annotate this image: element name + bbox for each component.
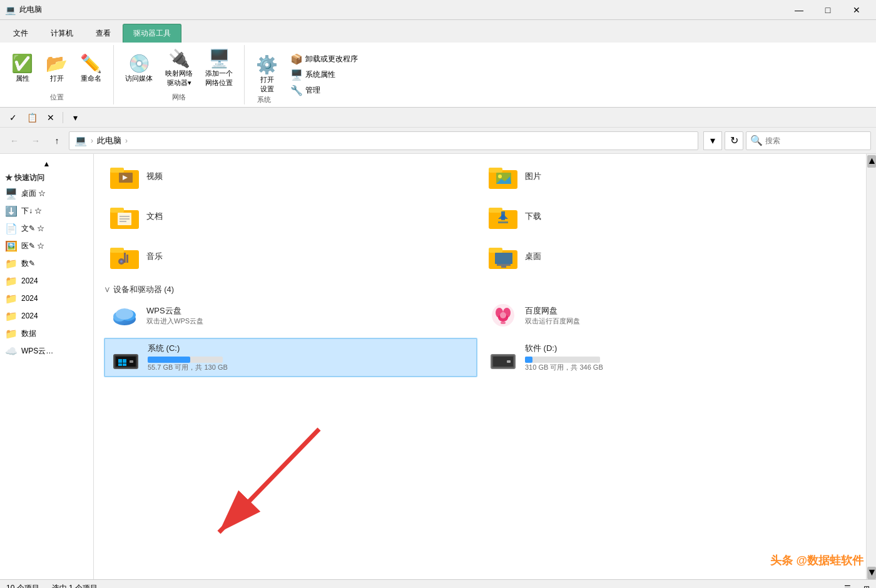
qa-copy-button[interactable]: 📋 — [24, 109, 40, 126]
tab-computer[interactable]: 计算机 — [40, 24, 84, 43]
sidebar-item-2024b[interactable]: 📁 2024 — [0, 290, 93, 307]
svg-line-54 — [219, 429, 319, 532]
baidu-cloud-item[interactable]: 百度网盘 双击运行百度网盘 — [482, 298, 856, 333]
pictures-info: 图片 — [525, 171, 541, 182]
up-button[interactable]: ↑ — [48, 131, 66, 150]
qa-delete-button[interactable]: ✕ — [43, 109, 59, 126]
view-list-icon[interactable]: ☰ — [844, 584, 851, 589]
address-bar[interactable]: 💻 › 此电脑 › — [69, 131, 698, 150]
ribbon-location-content: ✅ 属性 📂 打开 ✏️ 重命名 — [8, 48, 106, 90]
open-button[interactable]: 📂 打开 — [42, 53, 71, 86]
sidebar-item-2024c[interactable]: 📁 2024 — [0, 307, 93, 325]
uninstall-button[interactable]: 📦 卸载或更改程序 — [287, 52, 362, 66]
svg-point-34 — [116, 308, 133, 320]
desktop-folder-item[interactable]: 桌面 — [482, 239, 856, 274]
qa-checkmark-button[interactable]: ✓ — [5, 109, 21, 126]
address-dropdown-button[interactable]: ▾ — [703, 131, 722, 150]
uninstall-icon: 📦 — [290, 53, 303, 65]
open-label: 打开 — [50, 74, 64, 83]
sidebar-item-downloads[interactable]: ⬇️ 下↓ ☆ — [0, 202, 93, 220]
sidebar-scroll-up[interactable]: ▲ — [0, 156, 93, 171]
c-drive-progress-fill — [148, 357, 190, 363]
search-input[interactable] — [765, 136, 867, 145]
tab-file[interactable]: 文件 — [3, 24, 39, 43]
downloads-info: 下载 — [525, 211, 541, 222]
svg-rect-45 — [123, 359, 126, 363]
d-drive-info: 软件 (D:) 310 GB 可用，共 346 GB — [525, 343, 603, 372]
music-item[interactable]: 音乐 — [104, 239, 477, 274]
ribbon-section-location: ✅ 属性 📂 打开 ✏️ 重命名 位置 — [0, 45, 114, 104]
svg-rect-21 — [110, 248, 124, 253]
c-drive-progress-bar — [148, 357, 223, 363]
location-section-label: 位置 — [50, 93, 64, 102]
close-button[interactable]: ✕ — [842, 0, 871, 20]
view-grid-icon[interactable]: ⊞ — [863, 584, 870, 589]
wps-cloud-info: WPS云盘 双击进入WPS云盘 — [146, 305, 203, 326]
2024a-icon: 📁 — [5, 275, 18, 287]
sidebar-item-data[interactable]: 📁 数✎ — [0, 255, 93, 272]
forward-button[interactable]: → — [26, 131, 45, 150]
right-scrollbar[interactable]: ▲ ▼ — [866, 154, 876, 579]
downloads-item[interactable]: 下载 — [482, 199, 856, 234]
title-bar-controls: — □ ✕ — [785, 0, 871, 20]
c-drive-item[interactable]: 系统 (C:) 55.7 GB 可用，共 130 GB — [104, 338, 477, 377]
title-bar: 💻 此电脑 — □ ✕ — [0, 0, 876, 20]
d-drive-icon — [487, 344, 519, 372]
wps-icon: ☁️ — [5, 345, 18, 357]
svg-rect-5 — [489, 168, 502, 173]
d-drive-item[interactable]: 软件 (D:) 310 GB 可用，共 346 GB — [482, 338, 856, 377]
sidebar-item-desktop[interactable]: 🖥️ 桌面 ☆ — [0, 185, 93, 202]
documents-item[interactable]: 文档 — [104, 199, 477, 234]
sidebar-item-folder-data[interactable]: 📁 数据 — [0, 325, 93, 342]
properties-button[interactable]: ✅ 属性 — [8, 53, 37, 86]
folder-grid-row1: 视频 图片 — [104, 159, 856, 194]
add-network-button[interactable]: 🖥️ 添加一个 网络位置 — [201, 48, 237, 90]
svg-rect-16 — [489, 208, 502, 213]
videos-item[interactable]: 视频 — [104, 159, 477, 194]
sidebar-item-2024a[interactable]: 📁 2024 — [0, 272, 93, 290]
wps-cloud-item[interactable]: WPS云盘 双击进入WPS云盘 — [104, 298, 477, 333]
sys-props-button[interactable]: 🖥️ 系统属性 — [287, 68, 362, 82]
folder-grid-row3: 音乐 桌面 — [104, 239, 856, 274]
downloads-name: 下载 — [525, 211, 541, 222]
back-button[interactable]: ← — [5, 131, 24, 150]
svg-rect-24 — [124, 253, 126, 263]
sidebar-item-documents[interactable]: 📄 文✎ ☆ — [0, 220, 93, 237]
svg-rect-25 — [126, 255, 128, 263]
2024a-label: 2024 — [21, 276, 38, 285]
map-network-button[interactable]: 🔌 映射网络 驱动器▾ — [161, 48, 196, 90]
scrollbar-down[interactable]: ▼ — [867, 567, 876, 579]
minimize-button[interactable]: — — [785, 0, 813, 20]
svg-rect-46 — [118, 363, 122, 366]
documents-icon — [109, 203, 140, 230]
open-settings-button[interactable]: ⚙️ 打开 设置 — [252, 54, 282, 96]
item-count: 10 个项目 — [6, 583, 39, 588]
maximize-button[interactable]: □ — [813, 0, 842, 20]
music-icon — [109, 243, 140, 270]
search-box[interactable]: 🔍 — [746, 131, 871, 150]
tab-drive-tools[interactable]: 驱动器工具 — [123, 24, 181, 43]
baidu-cloud-name: 百度网盘 — [525, 305, 580, 317]
wps-cloud-icon — [109, 302, 140, 329]
c-drive-name: 系统 (C:) — [148, 343, 228, 354]
sys-props-label: 系统属性 — [305, 69, 335, 80]
sidebar-item-wps[interactable]: ☁️ WPS云… — [0, 342, 93, 360]
music-name: 音乐 — [146, 251, 163, 262]
tab-view[interactable]: 查看 — [85, 24, 121, 43]
pictures-item[interactable]: 图片 — [482, 159, 856, 194]
rename-button[interactable]: ✏️ 重命名 — [76, 53, 106, 86]
add-network-icon: 🖥️ — [208, 50, 230, 68]
d-drive-progress-fill — [525, 357, 532, 363]
network-section-label: 网络 — [172, 93, 186, 102]
folder-data-label: 数据 — [21, 328, 36, 339]
refresh-button[interactable]: ↻ — [725, 131, 743, 150]
address-path: 此电脑 — [97, 135, 121, 146]
svg-rect-1 — [110, 168, 124, 173]
scrollbar-up[interactable]: ▲ — [867, 155, 876, 168]
manage-icon: 🔧 — [290, 84, 303, 96]
sidebar-item-medical[interactable]: 🖼️ 医✎ ☆ — [0, 237, 93, 255]
manage-button[interactable]: 🔧 管理 — [287, 83, 362, 98]
access-media-button[interactable]: 💿 访问媒体 — [121, 53, 156, 86]
baidu-cloud-info: 百度网盘 双击运行百度网盘 — [525, 305, 580, 326]
qa-dropdown-button[interactable]: ▾ — [67, 109, 83, 126]
